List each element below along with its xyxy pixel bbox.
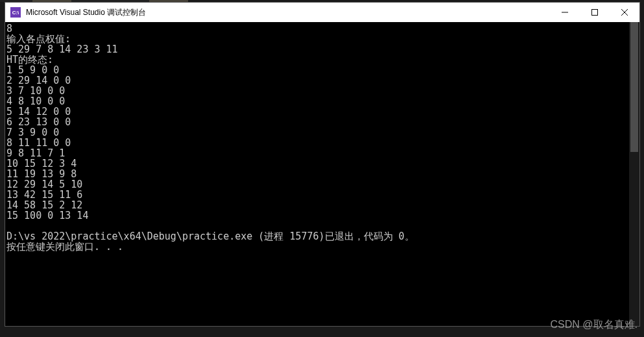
close-button[interactable] bbox=[610, 3, 639, 22]
watermark: CSDN @取名真难. bbox=[551, 318, 638, 332]
window-controls bbox=[550, 3, 639, 22]
scrollbar-thumb[interactable] bbox=[630, 22, 638, 152]
svg-rect-1 bbox=[592, 10, 598, 16]
minimize-icon bbox=[562, 9, 568, 16]
close-icon bbox=[621, 9, 628, 16]
console-output[interactable]: 8 输入各点权值: 5 29 7 8 14 23 3 11 HT的终态: 1 5… bbox=[5, 22, 629, 326]
console-window: C:\ Microsoft Visual Studio 调试控制台 8 输入各点… bbox=[5, 2, 640, 327]
maximize-button[interactable] bbox=[580, 3, 610, 22]
vertical-scrollbar[interactable] bbox=[629, 22, 639, 326]
console-body: 8 输入各点权值: 5 29 7 8 14 23 3 11 HT的终态: 1 5… bbox=[5, 22, 639, 326]
minimize-button[interactable] bbox=[550, 3, 580, 22]
maximize-icon bbox=[591, 9, 598, 16]
titlebar[interactable]: C:\ Microsoft Visual Studio 调试控制台 bbox=[5, 3, 639, 22]
app-icon: C:\ bbox=[10, 7, 21, 18]
window-title: Microsoft Visual Studio 调试控制台 bbox=[26, 7, 550, 18]
